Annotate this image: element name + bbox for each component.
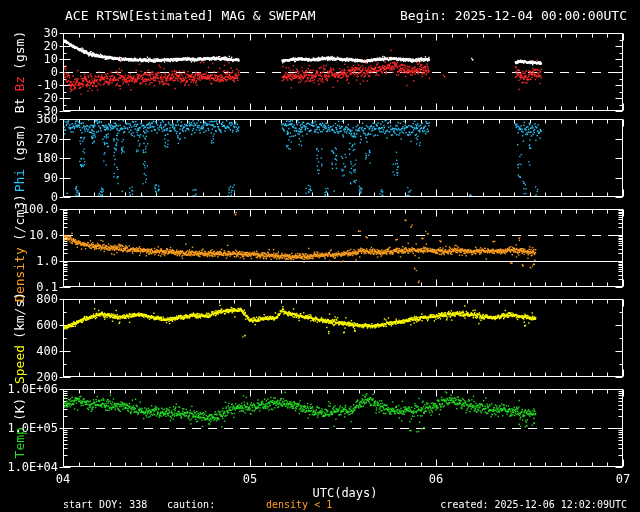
page-title: ACE RTSW[Estimated] MAG & SWEPAM: [65, 8, 315, 23]
caution-value: density < 1: [266, 499, 332, 510]
x-tick-07: 07: [608, 472, 638, 486]
y-tick-label: 270: [0, 133, 58, 145]
x-tick-06: 06: [421, 472, 451, 486]
y-tick-label: 0: [0, 66, 58, 78]
y-tick-label: 600: [0, 319, 58, 331]
y-tick-label: 20: [0, 40, 58, 52]
y-tick-label: 360: [0, 113, 58, 125]
y-tick-label: 180: [0, 152, 58, 164]
y-tick-label: 30: [0, 27, 58, 39]
y-tick-label: 10.0: [0, 229, 58, 241]
ylabel-temp-unit: (K): [12, 395, 27, 424]
y-tick-label: -20: [0, 92, 58, 104]
y-tick-label: 400: [0, 345, 58, 357]
caution-label: caution:: [167, 499, 215, 510]
x-tick-04: 04: [48, 472, 78, 486]
y-tick-label: 1.0E+05: [0, 422, 58, 434]
plot-canvas: [0, 0, 640, 512]
x-axis-label: UTC(days): [295, 486, 395, 500]
y-tick-label: 100.0: [0, 203, 58, 215]
y-tick-label: -10: [0, 79, 58, 91]
y-tick-label: 800: [0, 293, 58, 305]
y-tick-label: 1.0E+06: [0, 383, 58, 395]
x-tick-05: 05: [235, 472, 265, 486]
y-tick-label: 90: [0, 172, 58, 184]
begin-timestamp: Begin: 2025-12-04 00:00:00UTC: [400, 8, 627, 23]
start-doy-text: start DOY: 338: [63, 499, 147, 510]
y-tick-label: 10: [0, 53, 58, 65]
y-tick-label: 1.0: [0, 255, 58, 267]
ace-rtsw-plot: ACE RTSW[Estimated] MAG & SWEPAM Begin: …: [0, 0, 640, 512]
created-timestamp: created: 2025-12-06 12:02:09UTC: [440, 499, 627, 510]
